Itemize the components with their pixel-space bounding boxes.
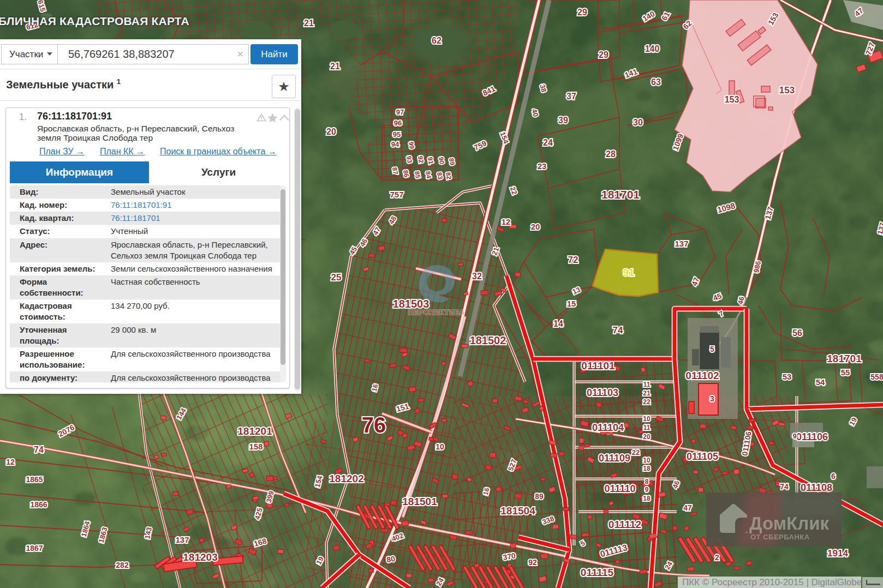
svg-text:011112: 011112	[608, 519, 641, 530]
svg-text:ПЕРСПЕКТИВА: ПЕРСПЕКТИВА	[408, 309, 466, 316]
svg-text:20: 20	[531, 222, 540, 231]
svg-text:90: 90	[437, 157, 446, 165]
svg-text:14: 14	[553, 319, 563, 328]
svg-text:89: 89	[448, 158, 456, 166]
svg-text:23: 23	[538, 161, 547, 171]
svg-text:12: 12	[502, 217, 511, 226]
svg-text:62: 62	[432, 36, 442, 45]
svg-text:89: 89	[535, 492, 544, 501]
svg-text:11: 11	[643, 381, 651, 388]
svg-text:72: 72	[568, 255, 578, 265]
svg-text:93: 93	[405, 155, 414, 164]
svg-text:181201: 181201	[237, 425, 272, 437]
svg-text:011110: 011110	[604, 483, 635, 494]
svg-text:9: 9	[645, 486, 649, 494]
svg-text:92: 92	[528, 558, 537, 567]
svg-text:011115: 011115	[581, 567, 614, 578]
svg-text:8: 8	[645, 478, 649, 485]
svg-text:011102: 011102	[685, 370, 719, 381]
svg-text:91: 91	[426, 157, 435, 165]
svg-text:011103: 011103	[587, 387, 618, 398]
svg-text:32: 32	[472, 272, 482, 281]
svg-text:011105: 011105	[687, 451, 718, 462]
svg-text:2: 2	[715, 553, 719, 562]
svg-text:12: 12	[6, 458, 15, 466]
svg-text:ОТ СБЕРБАНКА: ОТ СБЕРБАНКА	[750, 533, 810, 541]
svg-text:95: 95	[393, 130, 401, 139]
svg-text:9: 9	[792, 432, 796, 440]
svg-text:137: 137	[675, 239, 688, 248]
svg-text:140: 140	[645, 44, 660, 53]
svg-text:22: 22	[632, 448, 640, 457]
svg-text:20: 20	[643, 433, 651, 441]
svg-text:21: 21	[643, 389, 651, 397]
svg-text:29: 29	[599, 50, 608, 59]
svg-text:76: 76	[362, 413, 386, 437]
svg-text:56: 56	[792, 328, 802, 338]
svg-text:181701: 181701	[601, 188, 640, 201]
svg-text:10: 10	[643, 457, 651, 464]
svg-text:011101: 011101	[581, 360, 615, 371]
svg-text:29: 29	[577, 8, 587, 17]
svg-text:282: 282	[116, 561, 129, 569]
svg-text:011109: 011109	[599, 453, 630, 464]
svg-text:181203: 181203	[183, 551, 217, 563]
svg-text:24: 24	[543, 138, 553, 147]
svg-text:54: 54	[816, 377, 825, 387]
svg-text:558: 558	[870, 373, 883, 381]
svg-text:181503: 181503	[393, 298, 429, 310]
svg-text:6: 6	[831, 472, 836, 481]
svg-text:39: 39	[558, 116, 568, 125]
svg-text:15: 15	[567, 299, 576, 308]
svg-text:20: 20	[326, 127, 336, 136]
svg-text:97: 97	[396, 108, 404, 116]
svg-text:18: 18	[643, 465, 651, 472]
svg-text:84: 84	[424, 171, 433, 179]
svg-text:22: 22	[643, 398, 651, 406]
svg-text:55: 55	[841, 368, 850, 377]
svg-text:11: 11	[643, 424, 651, 431]
svg-text:91: 91	[623, 267, 635, 278]
svg-text:47: 47	[683, 503, 692, 512]
svg-text:63: 63	[651, 77, 661, 87]
svg-text:158: 158	[249, 442, 262, 451]
svg-text:83: 83	[435, 172, 444, 181]
svg-text:18: 18	[643, 495, 651, 502]
svg-text:82: 82	[444, 172, 453, 181]
svg-text:30: 30	[633, 118, 643, 127]
svg-text:137: 137	[175, 535, 189, 544]
svg-text:99: 99	[407, 141, 416, 150]
svg-text:10: 10	[643, 415, 651, 423]
svg-text:757: 757	[390, 190, 403, 199]
svg-text:5: 5	[710, 345, 714, 353]
svg-text:153: 153	[725, 95, 739, 104]
svg-text:181701: 181701	[827, 353, 862, 364]
svg-text:21: 21	[330, 62, 340, 71]
svg-text:92: 92	[416, 155, 425, 164]
svg-text:1866: 1866	[30, 500, 47, 509]
svg-text:10: 10	[435, 442, 444, 451]
svg-text:94: 94	[391, 140, 399, 148]
svg-text:74: 74	[780, 482, 789, 491]
svg-text:87: 87	[391, 167, 399, 176]
svg-text:181501: 181501	[402, 496, 437, 507]
svg-text:86: 86	[402, 170, 410, 178]
svg-text:1867: 1867	[26, 544, 43, 553]
svg-text:25: 25	[331, 272, 342, 283]
svg-text:011104: 011104	[592, 422, 624, 433]
svg-text:181502: 181502	[470, 334, 506, 346]
svg-text:011106: 011106	[796, 431, 828, 442]
svg-text:28: 28	[606, 149, 616, 159]
svg-text:181202: 181202	[329, 473, 363, 484]
svg-text:37: 37	[566, 92, 576, 101]
svg-text:21: 21	[304, 19, 314, 28]
svg-text:ПКК © Росреестр 2010-2015 | Di: ПКК © Росреестр 2010-2015 | DigitalGlobe	[682, 577, 862, 587]
svg-text:011108: 011108	[801, 482, 832, 493]
svg-text:181504: 181504	[500, 505, 535, 517]
svg-text:1865: 1865	[26, 475, 43, 484]
svg-text:96: 96	[394, 119, 402, 127]
svg-text:3: 3	[710, 394, 714, 403]
svg-text:ДомКлик: ДомКлик	[749, 513, 829, 533]
svg-text:74: 74	[34, 445, 44, 454]
svg-text:1914: 1914	[827, 548, 848, 559]
